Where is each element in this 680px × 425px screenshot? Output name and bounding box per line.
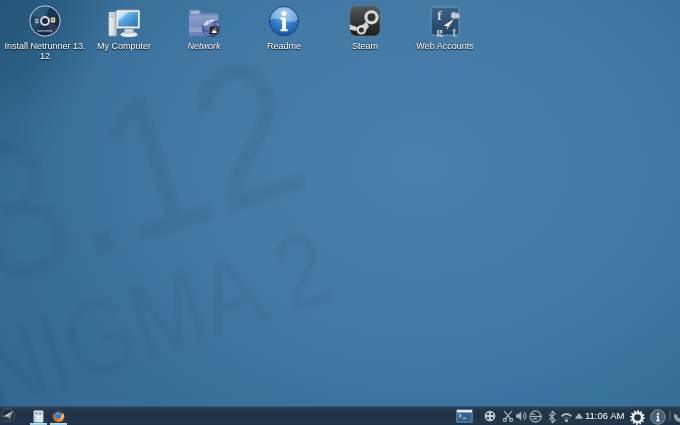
svg-text:t: t [452,24,457,37]
svg-text:g: g [436,24,443,37]
svg-text:f: f [437,8,442,23]
svg-text:netrunner: netrunner [37,29,53,33]
